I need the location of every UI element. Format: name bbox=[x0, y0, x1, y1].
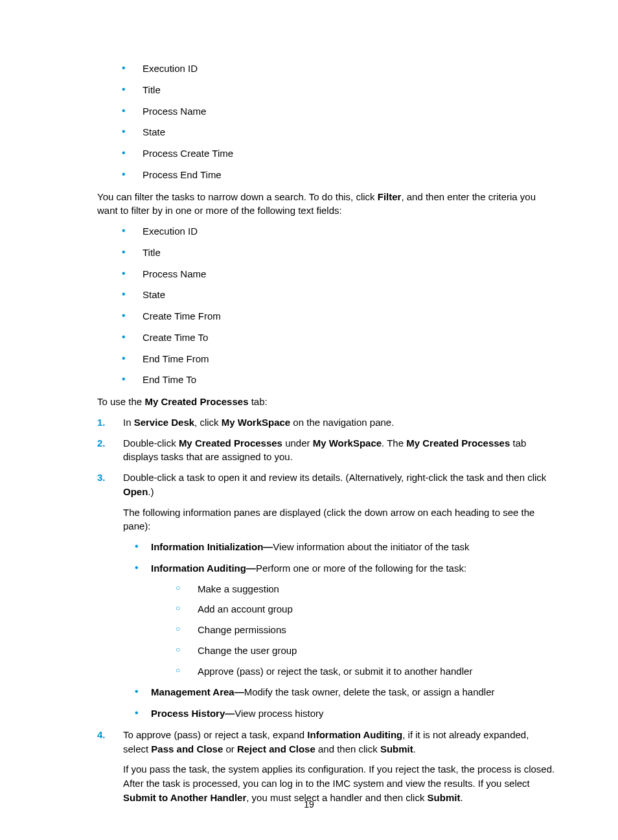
text: Modify the task owner, delete the task, … bbox=[244, 686, 495, 697]
step-number: 2. bbox=[97, 436, 106, 450]
text: Make a suggestion bbox=[198, 583, 279, 594]
text: Title bbox=[143, 247, 161, 258]
text: Perform one or more of the following for… bbox=[256, 563, 466, 574]
steps-list: 1. In Service Desk, click My WorkSpace o… bbox=[97, 415, 556, 805]
list-item: Create Time From bbox=[122, 309, 556, 323]
bold: Information Auditing bbox=[307, 729, 402, 740]
list-item: Title bbox=[122, 246, 556, 260]
text: View information about the initiator of … bbox=[273, 541, 469, 552]
text: End Time To bbox=[143, 374, 196, 385]
bold: Open bbox=[123, 486, 148, 497]
list-item: Title bbox=[122, 83, 556, 97]
step-3: 3. Double-click a task to open it and re… bbox=[97, 471, 556, 721]
text: Change permissions bbox=[198, 624, 286, 635]
audit-actions: Make a suggestion Add an account group C… bbox=[151, 582, 556, 679]
page: Execution ID Title Process Name State Pr… bbox=[0, 0, 618, 840]
bold: My WorkSpace bbox=[222, 417, 290, 428]
bold: My Created Processes bbox=[406, 438, 510, 449]
step-3-note: The following information panes are disp… bbox=[123, 506, 556, 534]
list-item: Process End Time bbox=[122, 168, 556, 182]
text: Execution ID bbox=[143, 63, 198, 74]
text: Double-click bbox=[123, 438, 179, 449]
text: To approve (pass) or reject a task, expa… bbox=[123, 729, 307, 740]
list-item: End Time To bbox=[122, 373, 556, 387]
text: Create Time To bbox=[143, 332, 208, 343]
list-item: State bbox=[122, 125, 556, 139]
bold: Filter bbox=[378, 191, 402, 202]
text: In bbox=[123, 417, 134, 428]
bold: My Created Processes bbox=[179, 438, 282, 449]
list-item: Change the user group bbox=[176, 644, 556, 658]
text: Process Create Time bbox=[143, 148, 233, 159]
step-number: 1. bbox=[97, 415, 106, 430]
list-item: Add an account group bbox=[176, 602, 556, 616]
bold: Service Desk bbox=[134, 417, 194, 428]
bold: Information Auditing— bbox=[151, 563, 256, 574]
text: Process End Time bbox=[143, 169, 222, 180]
step-4: 4. To approve (pass) or reject a task, e… bbox=[97, 728, 556, 805]
text: , click bbox=[194, 417, 222, 428]
paragraph-filter-intro: You can filter the tasks to narrow down … bbox=[97, 190, 556, 218]
pane-management-area: Management Area—Modify the task owner, d… bbox=[135, 685, 556, 699]
text: Double-click a task to open it and revie… bbox=[123, 472, 546, 483]
text: Execution ID bbox=[143, 226, 198, 237]
step-number: 4. bbox=[97, 728, 106, 742]
pane-process-history: Process History—View process history bbox=[135, 706, 556, 721]
list-item: Process Create Time bbox=[122, 146, 556, 161]
list-item: Execution ID bbox=[122, 224, 556, 239]
text: under bbox=[282, 438, 313, 449]
text: or bbox=[223, 743, 237, 754]
list-item: Create Time To bbox=[122, 331, 556, 345]
text: State bbox=[143, 289, 165, 300]
panes-list: Information Initialization—View informat… bbox=[123, 540, 556, 721]
bold: Process History— bbox=[151, 708, 235, 719]
text: State bbox=[143, 126, 165, 137]
bold: My WorkSpace bbox=[313, 438, 382, 449]
step-2: 2. Double-click My Created Processes und… bbox=[97, 436, 556, 465]
list-item: Process Name bbox=[122, 267, 556, 281]
list-item: Change permissions bbox=[176, 623, 556, 637]
text: Process Name bbox=[143, 106, 206, 117]
text: Approve (pass) or reject the task, or su… bbox=[198, 666, 472, 677]
text: You can filter the tasks to narrow down … bbox=[97, 191, 378, 202]
bold: Management Area— bbox=[151, 686, 244, 697]
text: Change the user group bbox=[198, 645, 297, 656]
text: If you pass the task, the system applies… bbox=[123, 764, 555, 789]
list-filter-fields: Execution ID Title Process Name State Cr… bbox=[97, 224, 556, 387]
list-item: Execution ID bbox=[122, 62, 556, 76]
text: Create Time From bbox=[143, 310, 221, 321]
bold: Reject and Close bbox=[237, 743, 315, 754]
text: and then click bbox=[315, 743, 380, 754]
list-item: State bbox=[122, 288, 556, 302]
step-1: 1. In Service Desk, click My WorkSpace o… bbox=[97, 415, 556, 430]
bold: Submit bbox=[380, 743, 413, 754]
text: on the navigation pane. bbox=[290, 417, 394, 428]
list-item: End Time From bbox=[122, 352, 556, 366]
list-item: Make a suggestion bbox=[176, 582, 556, 596]
text: Add an account group bbox=[198, 603, 293, 614]
bold: My Created Processes bbox=[144, 396, 248, 407]
text: Process Name bbox=[143, 268, 206, 279]
text: tab: bbox=[248, 396, 267, 407]
bold: Information Initialization— bbox=[151, 541, 273, 552]
pane-info-auditing: Information Auditing—Perform one or more… bbox=[135, 561, 556, 679]
page-number: 19 bbox=[0, 798, 618, 811]
list-item: Approve (pass) or reject the task, or su… bbox=[176, 664, 556, 679]
text: To use the bbox=[97, 396, 144, 407]
text: . bbox=[413, 743, 416, 754]
step-number: 3. bbox=[97, 471, 106, 485]
text: Title bbox=[143, 84, 161, 95]
bold: Pass and Close bbox=[151, 743, 223, 754]
text: End Time From bbox=[143, 353, 209, 364]
list-item: Process Name bbox=[122, 104, 556, 119]
list-task-columns: Execution ID Title Process Name State Pr… bbox=[97, 62, 556, 182]
text: View process history bbox=[235, 708, 323, 719]
text: . The bbox=[382, 438, 406, 449]
pane-info-init: Information Initialization—View informat… bbox=[135, 540, 556, 554]
paragraph-tab-intro: To use the My Created Processes tab: bbox=[97, 395, 556, 409]
text: .) bbox=[148, 486, 154, 497]
